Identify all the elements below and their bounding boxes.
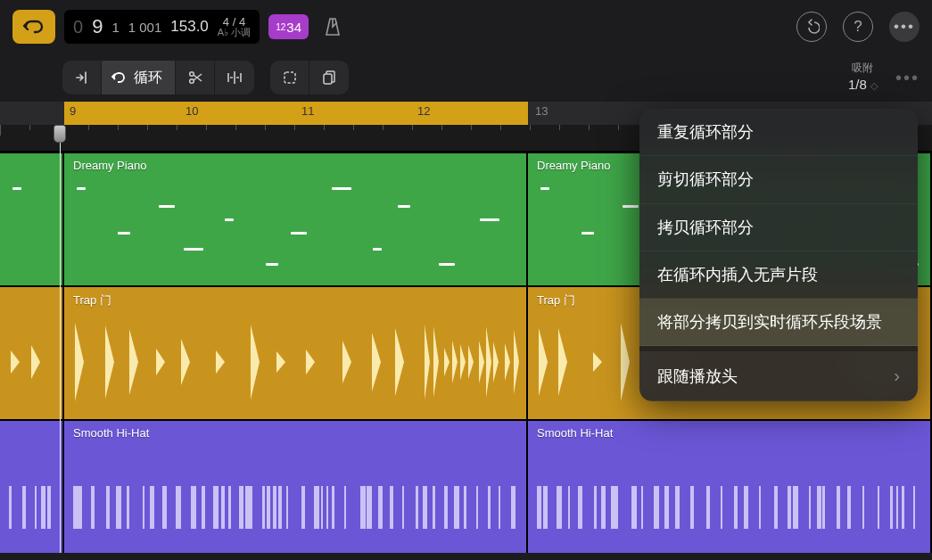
region-clip[interactable] <box>0 421 64 553</box>
region-label: Dreamy Piano <box>73 159 146 172</box>
copy-tool[interactable] <box>309 61 349 95</box>
undo-button[interactable] <box>796 12 827 42</box>
undo-icon <box>804 19 820 35</box>
region-clip[interactable]: Trap 门 <box>64 287 528 419</box>
track-row[interactable]: Smooth Hi-Hat Smooth Hi-Hat <box>0 419 932 553</box>
svg-rect-3 <box>324 74 332 84</box>
tempo-value: 153.0 <box>170 18 209 36</box>
chevron-right-icon: › <box>894 364 900 388</box>
region-label: Smooth Hi-Hat <box>73 426 149 440</box>
region-clip[interactable]: Dreamy Piano <box>64 153 528 285</box>
position-sub: 1 001 <box>128 20 162 35</box>
count-in-button[interactable]: 1234 <box>268 14 309 39</box>
insert-tool[interactable] <box>62 61 102 95</box>
menu-item-repeat-cycle[interactable]: 重复循环部分 <box>639 109 918 156</box>
bar-label: 12 <box>417 104 430 118</box>
top-right-controls: ? ••• <box>796 12 920 42</box>
region-label: Dreamy Piano <box>537 159 610 172</box>
region-clip[interactable] <box>0 153 64 285</box>
snap-label: 吸附 <box>852 62 873 76</box>
svg-rect-2 <box>285 72 295 83</box>
lcd-display[interactable]: 0 9 1 1 001 153.0 4 / 4 A♭ 小调 <box>64 10 260 44</box>
stepper-icon: ◇ <box>870 80 878 91</box>
position-bar: 9 <box>92 15 103 38</box>
scissors-tool[interactable] <box>176 61 215 95</box>
metronome-icon <box>322 16 343 37</box>
menu-item-cut-cycle[interactable]: 剪切循环部分 <box>639 156 918 203</box>
top-bar: 0 9 1 1 001 153.0 4 / 4 A♭ 小调 1234 ? ••• <box>0 0 932 54</box>
loop-tool-label: 循环 <box>134 69 162 87</box>
more-button[interactable]: ••• <box>889 12 920 42</box>
bar-label: 11 <box>301 104 314 118</box>
context-menu: 重复循环部分 剪切循环部分 拷贝循环部分 在循环内插入无声片段 将部分拷贝到实时… <box>639 109 918 401</box>
edit-toolbar: 循环 吸附 1/8 ◇ ••• <box>0 54 932 102</box>
snap-control[interactable]: 吸附 1/8 ◇ <box>848 62 878 93</box>
split-icon <box>226 70 243 86</box>
region-label: Trap 门 <box>73 292 111 309</box>
bar-label: 10 <box>186 104 198 118</box>
menu-item-follow-playhead[interactable]: 跟随播放头 › <box>639 351 918 401</box>
loop-icon <box>111 70 127 86</box>
marquee-tool[interactable] <box>270 61 309 95</box>
split-tool[interactable] <box>215 61 254 95</box>
region-clip[interactable]: Smooth Hi-Hat <box>64 421 528 553</box>
position-beat: 1 <box>111 20 119 35</box>
menu-item-copy-to-live-loops[interactable]: 将部分拷贝到实时循环乐段场景 <box>639 299 918 346</box>
region-label: Smooth Hi-Hat <box>537 426 613 440</box>
bar-label: 13 <box>535 104 548 118</box>
toolbar-more-button[interactable]: ••• <box>895 68 920 88</box>
bar-label: 9 <box>70 104 76 118</box>
insert-icon <box>74 70 90 86</box>
time-sig-key: 4 / 4 A♭ 小调 <box>218 16 251 37</box>
cycle-toggle-button[interactable] <box>12 10 55 44</box>
help-button[interactable]: ? <box>843 12 873 42</box>
menu-item-copy-cycle[interactable]: 拷贝循环部分 <box>639 204 918 251</box>
copy-icon <box>321 70 337 86</box>
metronome-button[interactable] <box>318 12 348 42</box>
region-clip[interactable]: Smooth Hi-Hat <box>528 421 932 553</box>
loop-tool-selected[interactable]: 循环 <box>102 61 176 95</box>
snap-value: 1/8 <box>848 77 867 92</box>
region-label: Trap 门 <box>537 292 575 309</box>
region-clip[interactable] <box>0 287 64 419</box>
marquee-icon <box>282 70 298 86</box>
menu-item-insert-silence[interactable]: 在循环内插入无声片段 <box>639 251 918 299</box>
scissors-icon <box>187 70 203 86</box>
ellipsis-icon: ••• <box>894 18 915 36</box>
tool-group-2 <box>270 61 349 95</box>
tool-group-1: 循环 <box>62 61 254 95</box>
cycle-range-indicator[interactable] <box>64 102 528 125</box>
cycle-icon <box>22 19 45 35</box>
